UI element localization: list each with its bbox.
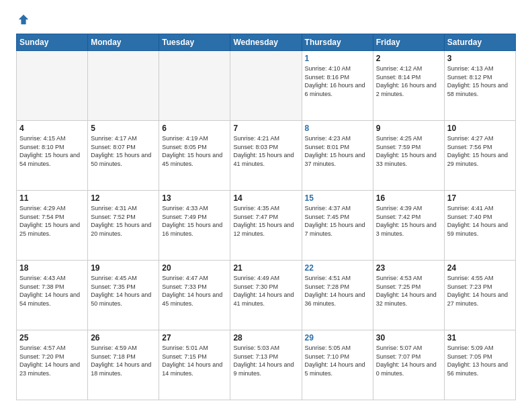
calendar-cell: 10Sunrise: 4:27 AMSunset: 7:56 PMDayligh… bbox=[444, 121, 515, 191]
day-info: Sunrise: 4:47 AMSunset: 7:33 PMDaylight:… bbox=[162, 274, 227, 308]
day-number: 7 bbox=[233, 124, 298, 133]
day-info: Sunrise: 4:29 AMSunset: 7:54 PMDaylight:… bbox=[19, 204, 85, 238]
day-info: Sunrise: 4:37 AMSunset: 7:45 PMDaylight:… bbox=[305, 204, 370, 238]
day-number: 2 bbox=[376, 54, 441, 63]
day-info: Sunrise: 4:31 AMSunset: 7:52 PMDaylight:… bbox=[91, 204, 156, 238]
calendar-cell: 13Sunrise: 4:33 AMSunset: 7:49 PMDayligh… bbox=[159, 191, 230, 261]
calendar-cell: 1Sunrise: 4:10 AMSunset: 8:16 PMDaylight… bbox=[302, 51, 373, 121]
weekday-header-friday: Friday bbox=[373, 34, 444, 51]
weekday-header-wednesday: Wednesday bbox=[230, 34, 302, 51]
day-info: Sunrise: 4:21 AMSunset: 8:03 PMDaylight:… bbox=[233, 134, 298, 168]
day-number: 10 bbox=[447, 124, 513, 133]
day-info: Sunrise: 4:59 AMSunset: 7:18 PMDaylight:… bbox=[91, 344, 156, 377]
day-number: 15 bbox=[305, 193, 370, 203]
day-info: Sunrise: 4:12 AMSunset: 8:14 PMDaylight:… bbox=[376, 64, 441, 98]
day-number: 12 bbox=[91, 193, 156, 203]
calendar-cell: 4Sunrise: 4:15 AMSunset: 8:10 PMDaylight… bbox=[17, 121, 88, 191]
logo-icon bbox=[17, 13, 30, 26]
day-info: Sunrise: 4:13 AMSunset: 8:12 PMDaylight:… bbox=[447, 64, 513, 98]
calendar-cell: 5Sunrise: 4:17 AMSunset: 8:07 PMDaylight… bbox=[88, 121, 159, 191]
calendar-cell: 19Sunrise: 4:45 AMSunset: 7:35 PMDayligh… bbox=[88, 261, 159, 330]
calendar-cell bbox=[17, 51, 88, 121]
day-number: 16 bbox=[376, 193, 441, 203]
day-number: 24 bbox=[447, 263, 513, 273]
calendar-cell: 21Sunrise: 4:49 AMSunset: 7:30 PMDayligh… bbox=[230, 261, 302, 330]
weekday-header-saturday: Saturday bbox=[444, 34, 515, 51]
calendar-cell: 30Sunrise: 5:07 AMSunset: 7:07 PMDayligh… bbox=[373, 330, 444, 400]
day-number: 22 bbox=[305, 263, 370, 273]
day-info: Sunrise: 5:03 AMSunset: 7:13 PMDaylight:… bbox=[233, 344, 298, 377]
calendar-cell: 26Sunrise: 4:59 AMSunset: 7:18 PMDayligh… bbox=[88, 330, 159, 400]
calendar-cell: 28Sunrise: 5:03 AMSunset: 7:13 PMDayligh… bbox=[230, 330, 302, 400]
day-info: Sunrise: 4:23 AMSunset: 8:01 PMDaylight:… bbox=[305, 134, 370, 168]
day-number: 28 bbox=[233, 333, 298, 342]
calendar-cell: 9Sunrise: 4:25 AMSunset: 7:59 PMDaylight… bbox=[373, 121, 444, 191]
day-info: Sunrise: 5:07 AMSunset: 7:07 PMDaylight:… bbox=[376, 344, 441, 377]
day-number: 5 bbox=[91, 124, 156, 133]
day-number: 18 bbox=[19, 263, 85, 273]
day-number: 6 bbox=[162, 124, 227, 133]
day-info: Sunrise: 4:55 AMSunset: 7:23 PMDaylight:… bbox=[447, 274, 513, 308]
day-info: Sunrise: 4:15 AMSunset: 8:10 PMDaylight:… bbox=[19, 134, 85, 168]
calendar-cell: 18Sunrise: 4:43 AMSunset: 7:38 PMDayligh… bbox=[17, 261, 88, 330]
day-number: 9 bbox=[376, 124, 441, 133]
day-info: Sunrise: 4:43 AMSunset: 7:38 PMDaylight:… bbox=[19, 274, 85, 308]
day-info: Sunrise: 4:39 AMSunset: 7:42 PMDaylight:… bbox=[376, 204, 441, 238]
calendar-cell: 25Sunrise: 4:57 AMSunset: 7:20 PMDayligh… bbox=[17, 330, 88, 400]
day-number: 29 bbox=[305, 333, 370, 342]
calendar-cell: 6Sunrise: 4:19 AMSunset: 8:05 PMDaylight… bbox=[159, 121, 230, 191]
weekday-header-row: SundayMondayTuesdayWednesdayThursdayFrid… bbox=[17, 34, 516, 51]
day-info: Sunrise: 5:05 AMSunset: 7:10 PMDaylight:… bbox=[305, 344, 370, 377]
calendar-cell: 14Sunrise: 4:35 AMSunset: 7:47 PMDayligh… bbox=[230, 191, 302, 261]
day-info: Sunrise: 4:35 AMSunset: 7:47 PMDaylight:… bbox=[233, 204, 298, 238]
day-info: Sunrise: 4:27 AMSunset: 7:56 PMDaylight:… bbox=[447, 134, 513, 168]
day-number: 1 bbox=[305, 54, 370, 63]
svg-marker-0 bbox=[19, 15, 28, 24]
day-info: Sunrise: 4:57 AMSunset: 7:20 PMDaylight:… bbox=[19, 344, 85, 377]
day-info: Sunrise: 5:01 AMSunset: 7:15 PMDaylight:… bbox=[162, 344, 227, 377]
day-number: 20 bbox=[162, 263, 227, 273]
day-info: Sunrise: 4:53 AMSunset: 7:25 PMDaylight:… bbox=[376, 274, 441, 308]
day-info: Sunrise: 4:49 AMSunset: 7:30 PMDaylight:… bbox=[233, 274, 298, 308]
calendar-cell: 17Sunrise: 4:41 AMSunset: 7:40 PMDayligh… bbox=[444, 191, 515, 261]
calendar-week-row: 4Sunrise: 4:15 AMSunset: 8:10 PMDaylight… bbox=[17, 121, 516, 191]
day-info: Sunrise: 5:09 AMSunset: 7:05 PMDaylight:… bbox=[447, 344, 513, 377]
day-number: 23 bbox=[376, 263, 441, 273]
day-info: Sunrise: 4:51 AMSunset: 7:28 PMDaylight:… bbox=[305, 274, 370, 308]
calendar-cell bbox=[159, 51, 230, 121]
calendar-week-row: 18Sunrise: 4:43 AMSunset: 7:38 PMDayligh… bbox=[17, 261, 516, 330]
day-number: 4 bbox=[19, 124, 85, 133]
calendar-cell: 7Sunrise: 4:21 AMSunset: 8:03 PMDaylight… bbox=[230, 121, 302, 191]
calendar-cell: 23Sunrise: 4:53 AMSunset: 7:25 PMDayligh… bbox=[373, 261, 444, 330]
calendar-cell bbox=[230, 51, 302, 121]
weekday-header-sunday: Sunday bbox=[17, 34, 88, 51]
calendar-table: SundayMondayTuesdayWednesdayThursdayFrid… bbox=[16, 34, 516, 400]
calendar-cell: 3Sunrise: 4:13 AMSunset: 8:12 PMDaylight… bbox=[444, 51, 515, 121]
logo bbox=[16, 13, 30, 26]
day-info: Sunrise: 4:10 AMSunset: 8:16 PMDaylight:… bbox=[305, 64, 370, 98]
day-info: Sunrise: 4:25 AMSunset: 7:59 PMDaylight:… bbox=[376, 134, 441, 168]
day-number: 8 bbox=[305, 124, 370, 133]
day-number: 27 bbox=[162, 333, 227, 342]
day-info: Sunrise: 4:45 AMSunset: 7:35 PMDaylight:… bbox=[91, 274, 156, 308]
day-number: 25 bbox=[19, 333, 85, 342]
calendar-week-row: 11Sunrise: 4:29 AMSunset: 7:54 PMDayligh… bbox=[17, 191, 516, 261]
calendar-cell: 11Sunrise: 4:29 AMSunset: 7:54 PMDayligh… bbox=[17, 191, 88, 261]
calendar-cell: 22Sunrise: 4:51 AMSunset: 7:28 PMDayligh… bbox=[302, 261, 373, 330]
calendar-cell: 27Sunrise: 5:01 AMSunset: 7:15 PMDayligh… bbox=[159, 330, 230, 400]
weekday-header-thursday: Thursday bbox=[302, 34, 373, 51]
day-number: 13 bbox=[162, 193, 227, 203]
day-number: 21 bbox=[233, 263, 298, 273]
calendar-cell bbox=[88, 51, 159, 121]
calendar-week-row: 25Sunrise: 4:57 AMSunset: 7:20 PMDayligh… bbox=[17, 330, 516, 400]
day-number: 11 bbox=[19, 193, 85, 203]
calendar-cell: 12Sunrise: 4:31 AMSunset: 7:52 PMDayligh… bbox=[88, 191, 159, 261]
calendar-cell: 2Sunrise: 4:12 AMSunset: 8:14 PMDaylight… bbox=[373, 51, 444, 121]
calendar-cell: 31Sunrise: 5:09 AMSunset: 7:05 PMDayligh… bbox=[444, 330, 515, 400]
day-info: Sunrise: 4:17 AMSunset: 8:07 PMDaylight:… bbox=[91, 134, 156, 168]
calendar-cell: 24Sunrise: 4:55 AMSunset: 7:23 PMDayligh… bbox=[444, 261, 515, 330]
day-number: 14 bbox=[233, 193, 298, 203]
day-info: Sunrise: 4:33 AMSunset: 7:49 PMDaylight:… bbox=[162, 204, 227, 238]
header bbox=[16, 13, 516, 26]
calendar-page: SundayMondayTuesdayWednesdayThursdayFrid… bbox=[0, 0, 532, 411]
